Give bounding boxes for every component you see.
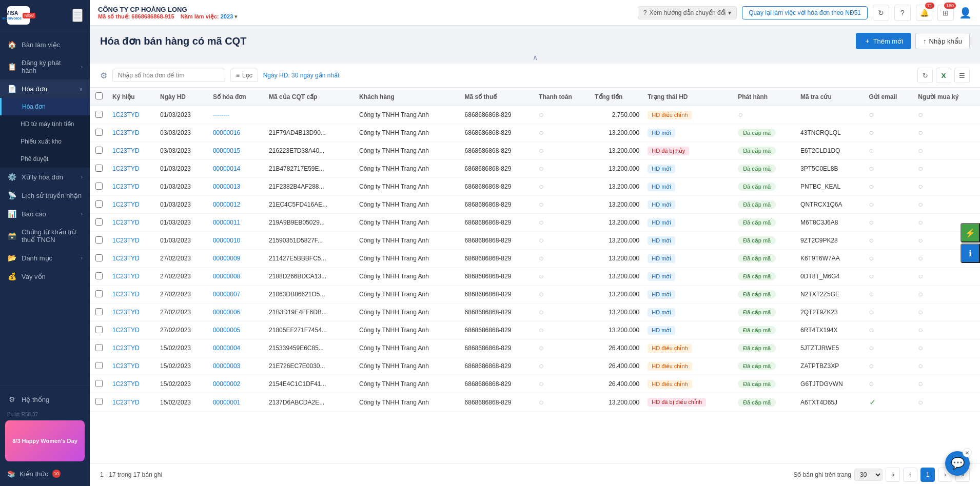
cell-thanh-toan: ○: [535, 357, 591, 375]
table-row[interactable]: 1C23TYD 03/03/2023 00000016 21F79AD4B13D…: [90, 124, 980, 142]
sync-tool-button[interactable]: ↻: [917, 68, 933, 83]
sidebar-item-dashboard[interactable]: 🏠 Bàn làm việc: [0, 35, 90, 54]
table-row[interactable]: 1C23TYD 15/02/2023 00000003 21E726EC7E00…: [90, 357, 980, 375]
row-checkbox[interactable]: [95, 200, 103, 208]
col-thanh-toan: Thanh toán: [535, 88, 591, 106]
row-checkbox[interactable]: [95, 362, 103, 369]
apps-button[interactable]: ⊞ 160: [937, 5, 954, 21]
table-row[interactable]: 1C23TYD 01/03/2023 00000011 219A9B9EB050…: [90, 214, 980, 232]
select-all-checkbox[interactable]: [95, 92, 103, 99]
cell-khach-hang: Công ty TNHH Trang Anh: [355, 232, 461, 250]
cell-ma-cqt: 21590351D5827F...: [265, 232, 355, 250]
table-row[interactable]: 1C23TYD 27/02/2023 00000006 21B3D19E4FF6…: [90, 303, 980, 321]
table-row[interactable]: 1C23TYD 01/03/2023 00000012 21EC4C5FD416…: [90, 196, 980, 214]
cell-ma-so-thue: 6868686868-829: [461, 268, 535, 286]
hamburger-button[interactable]: ☰: [72, 9, 83, 22]
row-checkbox[interactable]: [95, 398, 103, 405]
email-not-sent-dot: ○: [869, 272, 874, 280]
row-checkbox[interactable]: [95, 129, 103, 136]
cell-ngay-hd: 27/02/2023: [156, 286, 209, 303]
sidebar-item-history[interactable]: 📡 Lịch sử truyền nhận: [0, 186, 90, 205]
table-row[interactable]: 1C23TYD 27/02/2023 00000005 21805EF271F7…: [90, 321, 980, 339]
table-row[interactable]: 1C23TYD 15/02/2023 00000004 215339459E6C…: [90, 339, 980, 357]
row-checkbox[interactable]: [95, 290, 103, 297]
sidebar-subitem-pheduyet[interactable]: Phê duyệt: [0, 150, 90, 168]
excel-export-button[interactable]: X: [936, 68, 951, 83]
first-page-button[interactable]: «: [886, 468, 900, 482]
status-badge: HD mới: [648, 236, 675, 245]
page-1-button[interactable]: 1: [920, 468, 935, 482]
process-icon: ⚙️: [7, 173, 16, 181]
column-settings-button[interactable]: ☰: [954, 68, 970, 83]
notification-button[interactable]: 🔔 71: [916, 5, 932, 21]
sidebar-item-label: Xử lý hóa đơn: [22, 173, 76, 181]
filter-button[interactable]: ≡ Lọc: [230, 69, 258, 82]
row-checkbox[interactable]: [95, 254, 103, 261]
nd51-button[interactable]: Quay lại làm việc với hóa đơn theo NĐ51: [742, 6, 868, 19]
sidebar-item-knowledge[interactable]: 📚 Kiến thức 10: [0, 465, 90, 482]
help-circle-button[interactable]: ?: [894, 5, 911, 21]
sidebar-subitem-maytinhtien[interactable]: HD từ máy tính tiền: [0, 115, 90, 133]
sidebar-item-reports[interactable]: 📊 Báo cáo ›: [0, 205, 90, 223]
cell-ngay-hd: 01/03/2023: [156, 214, 209, 232]
table-row[interactable]: 1C23TYD 27/02/2023 00000007 21063DB86621…: [90, 286, 980, 303]
sidebar-item-category[interactable]: 📂 Danh mục ›: [0, 249, 90, 267]
table-row[interactable]: 1C23TYD 03/03/2023 00000015 216223E7D38A…: [90, 142, 980, 160]
table-row[interactable]: 1C23TYD 01/03/2023 00000014 21B4782717E5…: [90, 160, 980, 178]
cell-thanh-toan: ○: [535, 268, 591, 286]
row-checkbox[interactable]: [95, 344, 103, 351]
blue-action-button[interactable]: ℹ: [961, 244, 980, 263]
sidebar-item-process[interactable]: ⚙️ Xử lý hóa đơn ›: [0, 168, 90, 186]
col-gui-email: Gửi email: [865, 88, 914, 106]
sidebar-item-loan[interactable]: 💰 Vay vốn: [0, 267, 90, 286]
collapse-arrow[interactable]: ∧: [90, 53, 980, 62]
sidebar-subitem-phieuxuatkho[interactable]: Phiếu xuất kho: [0, 133, 90, 150]
prev-page-button[interactable]: ‹: [903, 468, 917, 482]
sidebar-item-taxdoc[interactable]: 🗃️ Chứng từ khấu trừ thuế TNCN: [0, 223, 90, 249]
table-row[interactable]: 1C23TYD 01/03/2023 00000013 21F2382B4AF2…: [90, 178, 980, 196]
sidebar-item-invoice[interactable]: 📄 Hóa đơn ∨: [0, 79, 90, 98]
help-button[interactable]: ? Xem hướng dẫn chuyển đổi ▾: [638, 6, 737, 19]
sidebar-item-registration[interactable]: 📋 Đăng ký phát hành ›: [0, 54, 90, 79]
row-checkbox[interactable]: [95, 380, 103, 387]
year-select[interactable]: 2023: [221, 13, 233, 19]
sidebar-item-system[interactable]: ⚙ Hệ thống: [0, 390, 90, 409]
import-button[interactable]: ↑ Nhập khẩu: [915, 33, 970, 49]
row-checkbox[interactable]: [95, 183, 103, 190]
user-avatar-button[interactable]: 👤: [959, 7, 972, 19]
table-row[interactable]: 1C23TYD 27/02/2023 00000009 211427E5BBBF…: [90, 250, 980, 268]
table-row[interactable]: 1C23TYD 27/02/2023 00000008 2188D266BDCA…: [90, 268, 980, 286]
settings-icon[interactable]: ⚙: [100, 71, 107, 80]
table-row[interactable]: 1C23TYD 01/03/2023 -------- Công ty TNHH…: [90, 106, 980, 124]
payment-dot: ○: [539, 200, 544, 209]
row-checkbox[interactable]: [95, 326, 103, 333]
row-checkbox[interactable]: [95, 147, 103, 154]
table-row[interactable]: 1C23TYD 15/02/2023 00000002 2154E4C1C1DF…: [90, 375, 980, 393]
table-row[interactable]: 1C23TYD 15/02/2023 00000001 2137D6ABCDA2…: [90, 393, 980, 412]
page-size-select[interactable]: 30 50 100: [854, 469, 883, 481]
category-icon: 📂: [7, 254, 16, 262]
row-checkbox[interactable]: [95, 308, 103, 315]
table-row[interactable]: 1C23TYD 01/03/2023 00000010 21590351D582…: [90, 232, 980, 250]
cell-ma-tra-cuu: M6T8C3J6A8: [796, 214, 865, 232]
select-all-header[interactable]: [90, 88, 108, 106]
sidebar-item-label: Lịch sử truyền nhận: [22, 192, 83, 199]
green-action-button[interactable]: ⚡: [961, 223, 980, 242]
cell-ma-tra-cuu: N2TXT2Z5GE: [796, 286, 865, 303]
row-checkbox[interactable]: [95, 218, 103, 226]
row-checkbox[interactable]: [95, 236, 103, 244]
add-new-button[interactable]: ＋ Thêm mới: [856, 33, 912, 49]
cell-ma-tra-cuu: QNTRCX1Q6A: [796, 196, 865, 214]
cell-gui-email: ○: [865, 232, 914, 250]
search-input[interactable]: [112, 69, 225, 82]
sidebar-subitem-hoadon[interactable]: Hóa đơn: [0, 98, 90, 115]
row-checkbox[interactable]: [95, 111, 103, 118]
cell-trang-thai: HD mới: [643, 268, 734, 286]
row-checkbox[interactable]: [95, 272, 103, 279]
chat-close-button[interactable]: ✕: [963, 448, 972, 457]
buyer-sign-dot: ○: [918, 182, 923, 191]
row-checkbox[interactable]: [95, 165, 103, 172]
cell-khach-hang: Công ty TNHH Trang Anh: [355, 214, 461, 232]
refresh-button[interactable]: ↻: [873, 5, 889, 21]
date-range-value[interactable]: 30 ngày gần nhất: [291, 72, 339, 79]
